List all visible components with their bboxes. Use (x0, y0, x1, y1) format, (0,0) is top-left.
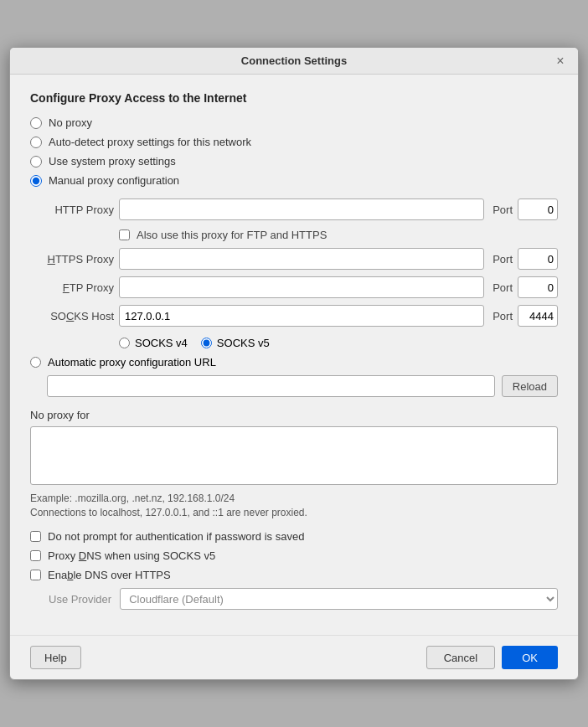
socks-host-label: SOCKS Host (47, 310, 114, 322)
auto-proxy-radio[interactable] (30, 357, 41, 368)
http-proxy-label: HTTP Proxy (47, 204, 114, 216)
ftp-proxy-row: FTP Proxy Port (47, 276, 558, 298)
auto-proxy-field-row: Reload (47, 375, 558, 397)
connections-note: Connections to localhost, 127.0.0.1, and… (30, 507, 558, 518)
http-port-label: Port (493, 204, 513, 216)
auto-proxy-label[interactable]: Automatic proxy configuration URL (48, 356, 216, 369)
titlebar: Connection Settings × (10, 48, 578, 75)
auto-proxy-option-row[interactable]: Automatic proxy configuration URL (30, 356, 558, 369)
provider-row: Use Provider Cloudflare (Default) NextDN… (49, 588, 558, 610)
auto-proxy-section: Automatic proxy configuration URL Reload (30, 356, 558, 397)
no-auth-checkbox[interactable] (30, 531, 41, 542)
https-port-input[interactable] (518, 248, 558, 270)
ok-button[interactable]: OK (502, 646, 558, 669)
help-button[interactable]: Help (30, 646, 81, 669)
socks-v4-radio[interactable] (119, 338, 130, 348)
proxy-options-group: No proxy Auto-detect proxy settings for … (30, 116, 558, 187)
auto-detect-label[interactable]: Auto-detect proxy settings for this netw… (49, 136, 251, 148)
no-proxy-textarea[interactable] (30, 426, 558, 485)
no-proxy-example: Example: .mozilla.org, .net.nz, 192.168.… (30, 492, 558, 504)
dns-https-checkbox[interactable] (30, 570, 41, 580)
socks-port-label: Port (493, 310, 513, 322)
socks-v5-item[interactable]: SOCKS v5 (201, 337, 270, 349)
http-port-input[interactable] (518, 199, 558, 220)
reload-button[interactable]: Reload (502, 375, 558, 397)
connection-settings-dialog: Connection Settings × Configure Proxy Ac… (9, 47, 579, 680)
bottom-checkboxes: Do not prompt for authentication if pass… (30, 530, 558, 581)
provider-label: Use Provider (49, 593, 111, 606)
auto-proxy-url-input[interactable] (47, 375, 495, 397)
no-proxy-for-label: No proxy for (30, 409, 558, 421)
socks-host-input[interactable] (119, 305, 484, 327)
manual-proxy-label[interactable]: Manual proxy configuration (49, 174, 179, 187)
auto-detect-option[interactable]: Auto-detect proxy settings for this netw… (30, 136, 558, 148)
provider-select[interactable]: Cloudflare (Default) NextDNS Custom (120, 588, 558, 610)
socks-v5-label[interactable]: SOCKS v5 (217, 337, 270, 349)
proxy-dns-checkbox[interactable] (30, 550, 41, 561)
section-title: Configure Proxy Access to the Internet (30, 91, 558, 105)
manual-proxy-option[interactable]: Manual proxy configuration (30, 174, 558, 187)
manual-proxy-radio[interactable] (30, 175, 42, 187)
http-proxy-row: HTTP Proxy Port (47, 199, 558, 220)
ftp-proxy-input[interactable] (119, 276, 484, 298)
ftp-port-input[interactable] (518, 276, 558, 298)
ftp-proxy-label: FTP Proxy (47, 281, 114, 294)
https-proxy-row: HTTPS Proxy Port (47, 248, 558, 270)
system-proxy-option[interactable]: Use system proxy settings (30, 155, 558, 168)
no-proxy-option[interactable]: No proxy (30, 116, 558, 129)
no-auth-label[interactable]: Do not prompt for authentication if pass… (48, 530, 304, 543)
also-use-checkbox-row: Also use this proxy for FTP and HTTPS (119, 229, 558, 241)
dialog-title: Connection Settings (241, 54, 347, 67)
dialog-content: Configure Proxy Access to the Internet N… (10, 75, 578, 623)
dialog-footer: Help Cancel OK (10, 635, 578, 679)
socks-v4-item[interactable]: SOCKS v4 (119, 337, 188, 349)
proxy-dns-checkbox-item[interactable]: Proxy DNS when using SOCKS v5 (30, 549, 558, 562)
no-proxy-radio[interactable] (30, 117, 42, 129)
no-proxy-section: No proxy for Example: .mozilla.org, .net… (30, 409, 558, 518)
no-auth-checkbox-item[interactable]: Do not prompt for authentication if pass… (30, 530, 558, 543)
http-proxy-input[interactable] (119, 199, 484, 220)
socks-version-row: SOCKS v4 SOCKS v5 (119, 337, 558, 349)
system-proxy-radio[interactable] (30, 156, 42, 168)
footer-right-buttons: Cancel OK (426, 646, 558, 669)
close-button[interactable]: × (551, 52, 570, 70)
system-proxy-label[interactable]: Use system proxy settings (49, 155, 176, 168)
also-use-label[interactable]: Also use this proxy for FTP and HTTPS (137, 229, 327, 241)
https-proxy-input[interactable] (119, 248, 484, 270)
also-use-checkbox[interactable] (119, 229, 130, 240)
socks-port-input[interactable] (518, 305, 558, 327)
socks-v5-radio[interactable] (201, 338, 212, 348)
auto-detect-radio[interactable] (30, 137, 42, 148)
cancel-button[interactable]: Cancel (426, 646, 495, 669)
dns-https-checkbox-item[interactable]: Enable DNS over HTTPS (30, 569, 558, 581)
https-port-label: Port (493, 253, 513, 266)
socks-host-row: SOCKS Host Port (47, 305, 558, 327)
manual-proxy-fields: HTTP Proxy Port Also use this proxy for … (47, 199, 558, 349)
dns-https-label[interactable]: Enable DNS over HTTPS (48, 569, 171, 581)
ftp-port-label: Port (493, 281, 513, 294)
socks-v4-label[interactable]: SOCKS v4 (135, 337, 188, 349)
https-proxy-label: HTTPS Proxy (47, 253, 114, 266)
proxy-dns-label[interactable]: Proxy DNS when using SOCKS v5 (48, 549, 215, 562)
no-proxy-label[interactable]: No proxy (49, 116, 92, 129)
